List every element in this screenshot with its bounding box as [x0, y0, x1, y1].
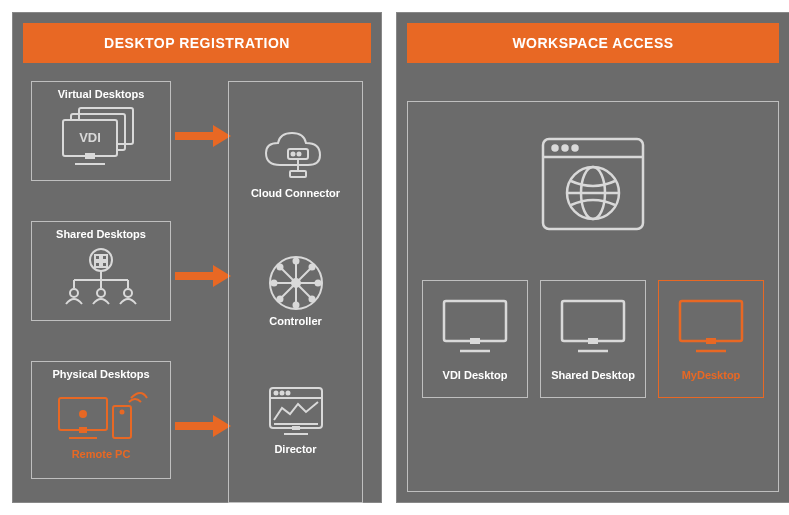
box-virtual-desktops: Virtual Desktops VDI: [31, 81, 171, 181]
arrow-icon: [175, 265, 231, 287]
label-director: Director: [264, 443, 328, 455]
svg-rect-26: [175, 272, 213, 280]
monitor-icon: [423, 291, 527, 361]
label-vdi-desktop: VDI Desktop: [423, 369, 527, 381]
label-mydesktop: MyDesktop: [659, 369, 763, 381]
label-shared-desktop: Shared Desktop: [541, 369, 645, 381]
svg-rect-69: [444, 301, 506, 341]
label-controller: Controller: [266, 315, 326, 327]
svg-point-15: [70, 289, 78, 297]
svc-controller: Controller: [266, 257, 326, 327]
svg-rect-8: [95, 262, 100, 267]
svg-point-31: [291, 153, 294, 156]
title-desktop-registration: DESKTOP REGISTRATION: [23, 23, 371, 63]
browser-globe-icon: [533, 126, 653, 246]
title-workspace-access: WORKSPACE ACCESS: [407, 23, 779, 63]
shared-network-icon: [32, 244, 170, 310]
remote-pc-icon: [32, 384, 170, 450]
monitor-icon: [541, 291, 645, 361]
svg-point-63: [553, 146, 558, 151]
left-body: Virtual Desktops VDI Sha: [23, 81, 371, 492]
svg-point-64: [563, 146, 568, 151]
svg-point-52: [277, 297, 282, 302]
director-icon: [264, 385, 328, 437]
svg-point-32: [297, 153, 300, 156]
svc-director: Director: [264, 385, 328, 455]
svg-point-19: [80, 411, 86, 417]
box-shared-desktops: Shared Desktops: [31, 221, 171, 321]
svg-point-57: [286, 392, 289, 395]
panel-workspace-access: WORKSPACE ACCESS: [396, 12, 789, 503]
tile-vdi-desktop: VDI Desktop: [422, 280, 528, 398]
svg-rect-24: [175, 132, 213, 140]
svg-rect-75: [680, 301, 742, 341]
svg-point-51: [309, 265, 314, 270]
vdi-badge-text: VDI: [79, 130, 101, 145]
svg-rect-6: [95, 255, 100, 260]
monitor-icon: [659, 291, 763, 361]
svg-point-56: [280, 392, 283, 395]
svg-point-17: [124, 289, 132, 297]
svg-point-23: [121, 411, 124, 414]
svg-point-16: [97, 289, 105, 297]
controller-icon: [266, 257, 326, 309]
svc-cloud-connector: Cloud Connector: [251, 129, 340, 199]
svg-point-65: [573, 146, 578, 151]
svg-rect-72: [562, 301, 624, 341]
panel-desktop-registration: DESKTOP REGISTRATION Virtual Desktops V: [12, 12, 382, 503]
box-physical-desktops: Physical Desktops Rem: [31, 361, 171, 479]
label-virtual-desktops: Virtual Desktops: [32, 88, 170, 100]
svg-point-47: [271, 281, 276, 286]
cloud-connector-icon: [251, 129, 340, 181]
services-column: Cloud Connector: [228, 81, 363, 503]
diagram-root: DESKTOP REGISTRATION Virtual Desktops V: [12, 12, 777, 503]
svg-rect-28: [175, 422, 213, 430]
tiles-row: VDI Desktop Shared Desktop MyDesktop: [422, 280, 764, 398]
label-cloud-connector: Cloud Connector: [251, 187, 340, 199]
tile-shared-desktop: Shared Desktop: [540, 280, 646, 398]
arrow-icon: [175, 125, 231, 147]
svg-rect-7: [102, 255, 107, 260]
arrow-icon: [175, 415, 231, 437]
tile-mydesktop: MyDesktop: [658, 280, 764, 398]
right-body: VDI Desktop Shared Desktop MyDesktop: [407, 101, 779, 492]
svg-point-55: [274, 392, 277, 395]
label-physical-desktops: Physical Desktops: [32, 368, 170, 380]
label-shared-desktops: Shared Desktops: [32, 228, 170, 240]
svg-rect-34: [290, 171, 306, 177]
vdi-monitors-icon: VDI: [32, 104, 170, 170]
svg-point-46: [293, 303, 298, 308]
svg-point-45: [293, 259, 298, 264]
svg-point-49: [277, 265, 282, 270]
svg-rect-61: [543, 139, 643, 229]
svg-rect-9: [102, 262, 107, 267]
svg-point-50: [309, 297, 314, 302]
svg-point-48: [315, 281, 320, 286]
